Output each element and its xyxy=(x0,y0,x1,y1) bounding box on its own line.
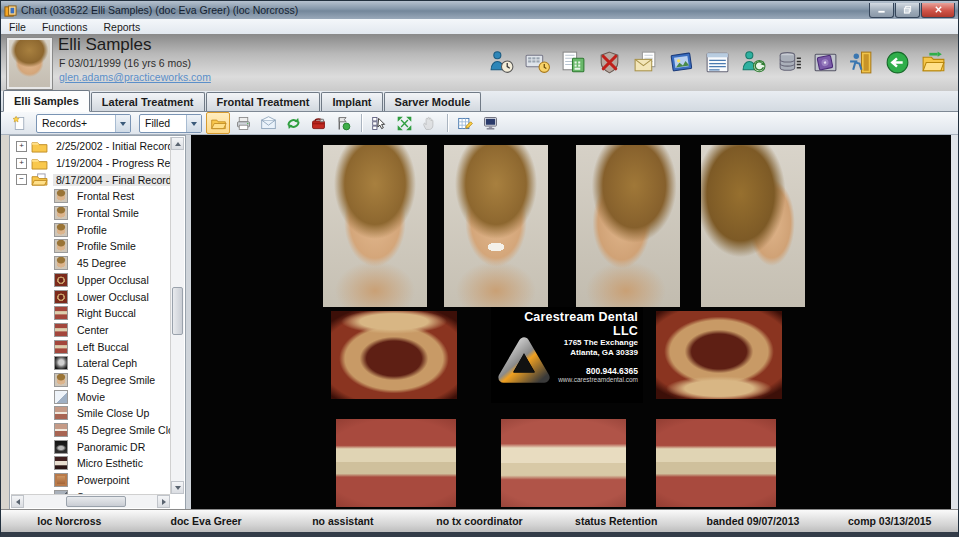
tree-item-frontal-rest[interactable]: Frontal Rest xyxy=(11,188,170,205)
correspondence-button[interactable] xyxy=(630,48,660,77)
patient-email-link[interactable]: glen.adams@practiceworks.com xyxy=(59,71,211,83)
tree-item-label: Profile Smile xyxy=(74,240,139,252)
tree-item-micro-esthetic[interactable]: Micro Esthetic xyxy=(11,455,170,472)
tab-lateral-treatment[interactable]: Lateral Treatment xyxy=(91,92,205,111)
chart-notes-button[interactable] xyxy=(702,48,732,77)
select-images-button[interactable] xyxy=(367,112,391,134)
scroll-right-arrow[interactable] xyxy=(157,495,170,508)
presentation-button[interactable] xyxy=(478,112,502,134)
scheduler-icon xyxy=(524,49,551,76)
menu-reports[interactable]: Reports xyxy=(95,21,148,33)
45-degree-photo[interactable] xyxy=(576,145,680,307)
records-tree-panel: +2/25/2002 - Initial Records+1/19/2004 -… xyxy=(9,135,186,510)
imaging-button[interactable] xyxy=(666,48,696,77)
records-filter-dropdown[interactable]: Records+ xyxy=(36,114,131,133)
title-bar[interactable]: Chart (033522 Elli Samples) (doc Eva Gre… xyxy=(1,1,958,20)
restore-button[interactable] xyxy=(895,3,920,18)
refresh-button[interactable] xyxy=(281,112,305,134)
right-buccal-photo[interactable] xyxy=(336,419,456,507)
data-stack-icon xyxy=(776,49,803,76)
fit-view-button[interactable] xyxy=(392,112,416,134)
tree-item-45-degree-smile-close-up[interactable]: 45 Degree Smile Close Up xyxy=(11,422,170,439)
tree-item-powerpoint[interactable]: Powerpoint xyxy=(11,472,170,489)
tree-item-left-buccal[interactable]: Left Buccal xyxy=(11,338,170,355)
scroll-up-arrow[interactable] xyxy=(171,137,184,150)
expand-box[interactable]: + xyxy=(16,141,27,152)
tree-item-2-25-2002-initial-records[interactable]: +2/25/2002 - Initial Records xyxy=(11,138,170,155)
acquire-image-button[interactable] xyxy=(7,112,31,134)
tree-item-profile-smile[interactable]: Profile Smile xyxy=(11,238,170,255)
tree-item-label: Upper Occlusal xyxy=(74,274,152,286)
tree-item-center[interactable]: Center xyxy=(11,322,170,339)
correspondence-icon xyxy=(632,49,659,76)
annotate-button[interactable] xyxy=(331,112,355,134)
profile-photo[interactable] xyxy=(701,145,805,307)
email-button[interactable] xyxy=(256,112,280,134)
open-folder-button[interactable] xyxy=(206,112,230,134)
patient-history-icon xyxy=(740,49,767,76)
tree-item-right-buccal[interactable]: Right Buccal xyxy=(11,305,170,322)
tree-item-8-17-2004-final-records[interactable]: −8/17/2004 - Final Records xyxy=(11,171,170,188)
ledger-button[interactable] xyxy=(558,48,588,77)
tree-vertical-scrollbar[interactable] xyxy=(170,137,184,494)
patient-clock-button[interactable] xyxy=(486,48,516,77)
tree-item-lower-occlusal[interactable]: Lower Occlusal xyxy=(11,288,170,305)
print-button[interactable] xyxy=(231,112,255,134)
menu-functions[interactable]: Functions xyxy=(34,21,96,33)
tree-item-label: Frontal Smile xyxy=(74,207,142,219)
scheduler-button[interactable] xyxy=(522,48,552,77)
left-buccal-photo[interactable] xyxy=(656,419,776,507)
edit-layout-button[interactable] xyxy=(453,112,477,134)
tab-frontal-treatment[interactable]: Frontal Treatment xyxy=(206,92,321,111)
chevron-down-icon[interactable] xyxy=(115,115,130,132)
scroll-down-arrow[interactable] xyxy=(171,481,184,494)
data-stack-button[interactable] xyxy=(774,48,804,77)
tree-item-movie[interactable]: Movie xyxy=(11,388,170,405)
center-photo[interactable] xyxy=(501,419,626,507)
collapse-box[interactable]: − xyxy=(16,174,27,185)
tree-item-label: Center xyxy=(74,324,112,336)
acquire-camera-button[interactable] xyxy=(306,112,330,134)
tree-item-panoramic-dr[interactable]: Panoramic DR xyxy=(11,438,170,455)
select-list-icon xyxy=(371,115,388,132)
horizontal-scroll-thumb[interactable] xyxy=(66,496,126,507)
tree-item-smile-close-up[interactable]: Smile Close Up xyxy=(11,405,170,422)
tree-item-1-19-2004-progress-records[interactable]: +1/19/2004 - Progress Records xyxy=(11,155,170,172)
vertical-scroll-thumb[interactable] xyxy=(172,287,183,335)
cancel-appointment-button[interactable] xyxy=(594,48,624,77)
scroll-left-arrow[interactable] xyxy=(11,495,24,508)
face-thumbnail xyxy=(54,189,68,203)
tree-item-45-degree[interactable]: 45 Degree xyxy=(11,255,170,272)
storage-disk-button[interactable] xyxy=(810,48,840,77)
xray-thumbnail xyxy=(54,356,68,370)
upper-occlusal-photo[interactable] xyxy=(331,311,457,399)
back-button[interactable] xyxy=(882,48,912,77)
tree-item-profile[interactable]: Profile xyxy=(11,221,170,238)
menu-file[interactable]: File xyxy=(1,21,34,33)
status-location: loc Norcross xyxy=(1,515,138,527)
expand-box[interactable]: + xyxy=(16,158,27,169)
tree-item-frontal-smile[interactable]: Frontal Smile xyxy=(11,205,170,222)
lower-occlusal-photo[interactable] xyxy=(656,311,782,399)
filled-filter-dropdown[interactable]: Filled xyxy=(139,114,202,133)
close-button[interactable] xyxy=(921,3,955,18)
tree-item-lateral-ceph[interactable]: Lateral Ceph xyxy=(11,355,170,372)
tree-item-label: 45 Degree Smile Close Up xyxy=(74,424,170,436)
tree-horizontal-scrollbar[interactable] xyxy=(11,494,170,508)
check-out-button[interactable] xyxy=(846,48,876,77)
close-chart-button[interactable] xyxy=(918,48,948,77)
frontal-rest-photo[interactable] xyxy=(323,145,427,307)
patient-history-button[interactable] xyxy=(738,48,768,77)
tab-implant[interactable]: Implant xyxy=(321,92,382,111)
chevron-down-icon[interactable] xyxy=(186,115,201,132)
tab-sarver-module[interactable]: Sarver Module xyxy=(384,92,482,111)
occlusal-thumbnail xyxy=(54,273,68,287)
tree-item-45-degree-smile[interactable]: 45 Degree Smile xyxy=(11,372,170,389)
carestream-logo-icon xyxy=(495,333,553,393)
face-thumbnail xyxy=(54,223,68,237)
expand-arrows-icon xyxy=(396,115,413,132)
tree-item-upper-occlusal[interactable]: Upper Occlusal xyxy=(11,272,170,289)
minimize-button[interactable] xyxy=(869,3,894,18)
tab-elli-samples[interactable]: Elli Samples xyxy=(3,90,90,112)
frontal-smile-photo[interactable] xyxy=(444,145,548,307)
